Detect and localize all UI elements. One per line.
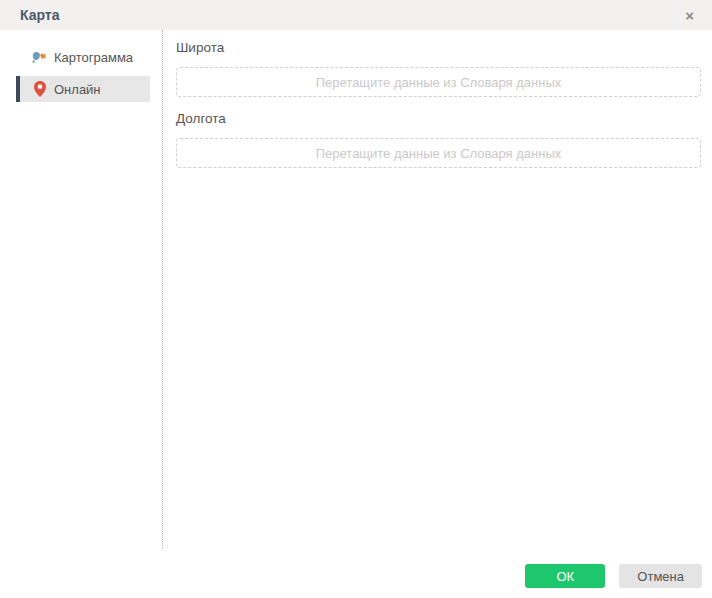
dialog-header: Карта × [0,0,712,30]
sidebar: Картограмма Онлайн [0,30,163,548]
latitude-dropzone-placeholder: Перетащите данные из Словаря данных [316,75,562,90]
location-pin-icon [32,81,47,97]
ok-button[interactable]: ОК [525,564,605,588]
longitude-label: Долгота [176,111,701,126]
sidebar-item-cartogram[interactable]: Картограмма [16,44,150,70]
dialog-body: Картограмма Онлайн Широта Перетащите дан… [0,30,712,548]
longitude-dropzone[interactable]: Перетащите данные из Словаря данных [176,138,701,168]
dialog-title: Карта [20,7,60,23]
cancel-button[interactable]: Отмена [619,564,702,588]
dialog-footer: ОК Отмена [0,548,712,598]
close-icon[interactable]: × [681,6,698,25]
longitude-dropzone-placeholder: Перетащите данные из Словаря данных [316,146,562,161]
sidebar-item-label: Картограмма [54,50,133,65]
cartogram-map-icon [32,49,47,65]
sidebar-item-label: Онлайн [54,82,101,97]
latitude-label: Широта [176,40,701,55]
map-dialog: Карта × Картограмма [0,0,712,598]
sidebar-item-online[interactable]: Онлайн [16,76,150,102]
latitude-dropzone[interactable]: Перетащите данные из Словаря данных [176,67,701,97]
main-panel: Широта Перетащите данные из Словаря данн… [163,30,712,548]
